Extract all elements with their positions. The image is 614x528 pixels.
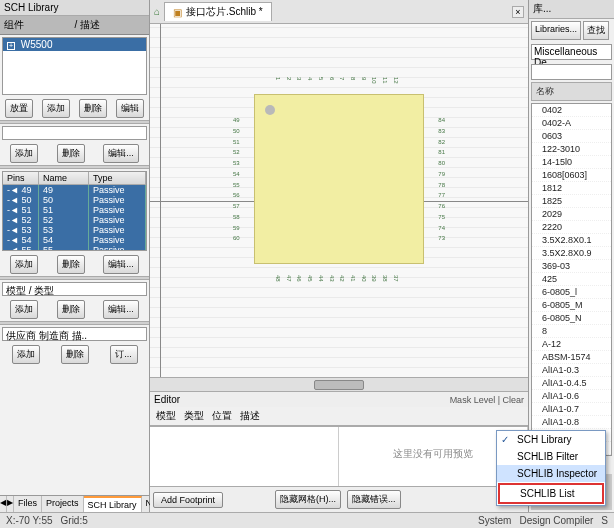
btn3-edit[interactable]: 编辑... (103, 255, 139, 274)
hide-error-button[interactable]: 隐藏错误... (347, 490, 401, 509)
library-dropdown[interactable]: Miscellaneous De (531, 44, 612, 60)
list-item[interactable]: 1825 (532, 195, 611, 208)
chip-pin[interactable]: 82 (438, 137, 445, 147)
tab-next[interactable]: ▶ (7, 496, 14, 512)
chip-pin[interactable]: 73 (438, 233, 445, 243)
pin-row[interactable]: -◄ 5555Passive (3, 245, 146, 251)
chip-pin[interactable]: 56 (233, 190, 240, 200)
pin-row[interactable]: -◄ 5252Passive (3, 215, 146, 225)
list-item[interactable]: A-12 (532, 338, 611, 351)
chip-pin[interactable]: 49 (233, 115, 240, 125)
chip-pin[interactable]: 12 (393, 77, 403, 84)
list-item[interactable]: 6-0805_l (532, 286, 611, 299)
hide-grid-button[interactable]: 隐藏网格(H)... (275, 490, 341, 509)
status-system[interactable]: System (478, 515, 511, 526)
chip-pin[interactable]: 79 (438, 169, 445, 179)
list-item[interactable]: AlIA1-0.8 (532, 416, 611, 429)
splitter2[interactable] (0, 165, 149, 169)
chip-pin[interactable]: 2 (286, 77, 296, 84)
tab-search[interactable]: 查找 (583, 21, 609, 40)
chip-pin[interactable]: 9 (361, 77, 371, 84)
tab-libraries[interactable]: Libraries... (531, 21, 581, 40)
status-more[interactable]: S (601, 515, 608, 526)
chip-pin[interactable]: 42 (339, 275, 349, 282)
schematic-canvas[interactable]: 495051525354555657585960 848382818079787… (150, 24, 528, 377)
list-item[interactable]: AlIA1-0.4.5 (532, 377, 611, 390)
list-item[interactable]: 3.5X2.8X0.1 (532, 234, 611, 247)
alias-box[interactable] (2, 126, 147, 140)
splitter4[interactable] (0, 321, 149, 325)
component-list[interactable]: 04020402-A0603122-301014-15l01608[0603]1… (531, 103, 612, 456)
chip-pin[interactable]: 83 (438, 126, 445, 136)
chip-pin[interactable]: 1 (275, 77, 285, 84)
chip-pin[interactable]: 37 (393, 275, 403, 282)
chip-pin[interactable]: 59 (233, 223, 240, 233)
list-item[interactable]: 3.5X2.8X0.9 (532, 247, 611, 260)
close-doc-button[interactable]: × (512, 6, 524, 18)
btn2-edit[interactable]: 编辑... (103, 144, 139, 163)
splitter[interactable] (0, 120, 149, 124)
btn4-add[interactable]: 添加 (10, 300, 38, 319)
subtab-pos[interactable]: 位置 (212, 409, 232, 423)
horizontal-scrollbar[interactable] (150, 377, 528, 391)
chip-pin[interactable]: 53 (233, 158, 240, 168)
status-design-compiler[interactable]: Design Compiler (519, 515, 593, 526)
btn5-add[interactable]: 添加 (12, 345, 40, 364)
btn4-edit[interactable]: 编辑... (103, 300, 139, 319)
chip-pin[interactable]: 75 (438, 212, 445, 222)
list-item[interactable]: ABSM-1574 (532, 351, 611, 364)
tab-schlibrary[interactable]: SCH Library (84, 496, 142, 512)
list-item[interactable]: AlIA1-0.7 (532, 403, 611, 416)
chip-pin[interactable]: 8 (350, 77, 360, 84)
chip-pin[interactable]: 55 (233, 180, 240, 190)
chip-pin[interactable]: 38 (382, 275, 392, 282)
document-tab[interactable]: ▣ 接口芯片.Schlib * (164, 2, 272, 21)
ctx-schlib-list[interactable]: SCHLIB List (498, 483, 604, 504)
chip-pin[interactable]: 47 (286, 275, 296, 282)
chip-pin[interactable]: 11 (382, 77, 392, 84)
tab-files[interactable]: Files (14, 496, 42, 512)
pin-row[interactable]: -◄ 5050Passive (3, 195, 146, 205)
list-item[interactable]: 425 (532, 273, 611, 286)
chip-pin[interactable]: 78 (438, 180, 445, 190)
chip-pin[interactable]: 58 (233, 212, 240, 222)
chip-pin[interactable]: 51 (233, 137, 240, 147)
ctx-sch-library[interactable]: SCH Library (497, 431, 605, 448)
ctx-schlib-inspector[interactable]: SCHLIB Inspector (497, 465, 605, 482)
list-item[interactable]: 0603 (532, 130, 611, 143)
btn-add[interactable]: 添加 (42, 99, 70, 118)
chip-pin[interactable]: 5 (318, 77, 328, 84)
list-item[interactable]: 369-03 (532, 260, 611, 273)
chip-pin[interactable]: 10 (371, 77, 381, 84)
btn5-order[interactable]: 订... (110, 345, 138, 364)
filter-input[interactable] (531, 64, 612, 80)
tree-item-w5500[interactable]: + W5500 (3, 38, 146, 51)
component-tree[interactable]: + W5500 (2, 37, 147, 95)
tree-expand-icon[interactable]: + (7, 42, 15, 50)
home-icon[interactable]: ⌂ (154, 6, 160, 17)
btn5-del[interactable]: 删除 (61, 345, 89, 364)
btn-edit[interactable]: 编辑 (116, 99, 144, 118)
chip-pin[interactable]: 57 (233, 201, 240, 211)
list-item[interactable]: 6-0805_M (532, 299, 611, 312)
list-item[interactable]: 1812 (532, 182, 611, 195)
btn-delete[interactable]: 删除 (79, 99, 107, 118)
btn3-add[interactable]: 添加 (10, 255, 38, 274)
add-footprint-button[interactable]: Add Footprint (153, 492, 223, 508)
subtab-type[interactable]: 类型 (184, 409, 204, 423)
chip-pin[interactable]: 77 (438, 190, 445, 200)
pin-row[interactable]: -◄ 4949Passive (3, 185, 146, 195)
ctx-schlib-filter[interactable]: SCHLIB Filter (497, 448, 605, 465)
chip-pin[interactable]: 44 (318, 275, 328, 282)
list-item[interactable]: 1608[0603] (532, 169, 611, 182)
list-item[interactable]: 6-0805_N (532, 312, 611, 325)
subtab-desc[interactable]: 描述 (240, 409, 260, 423)
chip-pin[interactable]: 40 (361, 275, 371, 282)
chip-pin[interactable]: 7 (339, 77, 349, 84)
btn2-add[interactable]: 添加 (10, 144, 38, 163)
chip-pin[interactable]: 84 (438, 115, 445, 125)
list-item[interactable]: 0402 (532, 104, 611, 117)
list-item[interactable]: 2220 (532, 221, 611, 234)
scroll-thumb[interactable] (314, 380, 364, 390)
chip-pin[interactable]: 6 (329, 77, 339, 84)
